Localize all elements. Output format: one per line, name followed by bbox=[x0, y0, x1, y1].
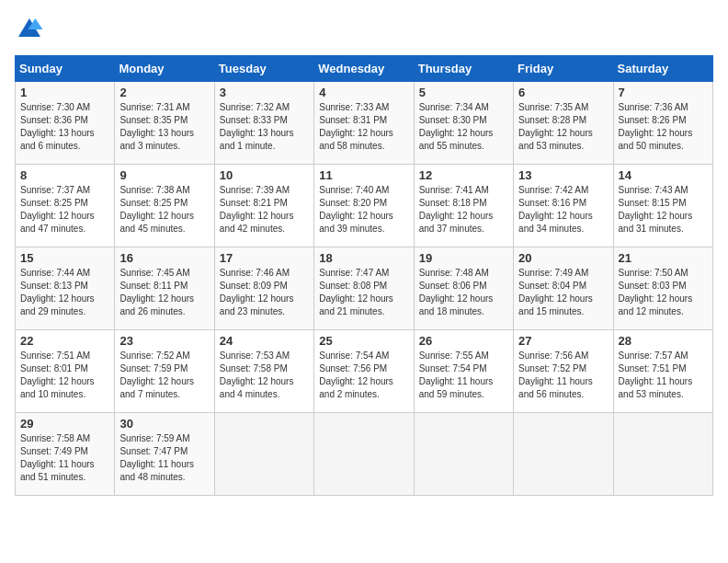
day-header-thursday: Thursday bbox=[414, 56, 513, 82]
day-info: Sunrise: 7:37 AM Sunset: 8:25 PM Dayligh… bbox=[20, 184, 109, 236]
day-info: Sunrise: 7:57 AM Sunset: 7:51 PM Dayligh… bbox=[619, 350, 708, 401]
day-header-sunday: Sunday bbox=[16, 56, 115, 82]
calendar-day: 26 Sunrise: 7:55 AM Sunset: 7:54 PM Dayl… bbox=[414, 330, 513, 413]
day-info: Sunrise: 7:35 AM Sunset: 8:28 PM Dayligh… bbox=[518, 101, 608, 153]
calendar-day bbox=[214, 413, 313, 496]
day-number: 9 bbox=[119, 168, 209, 182]
day-number: 2 bbox=[119, 86, 209, 99]
calendar-day: 27 Sunrise: 7:56 AM Sunset: 7:52 PM Dayl… bbox=[514, 330, 613, 413]
calendar-day: 17 Sunrise: 7:46 AM Sunset: 8:09 PM Dayl… bbox=[214, 247, 313, 330]
calendar-day: 30 Sunrise: 7:59 AM Sunset: 7:47 PM Dayl… bbox=[115, 413, 214, 496]
day-info: Sunrise: 7:54 AM Sunset: 7:56 PM Dayligh… bbox=[319, 350, 408, 401]
calendar-day: 2 Sunrise: 7:31 AM Sunset: 8:35 PM Dayli… bbox=[115, 82, 214, 165]
day-info: Sunrise: 7:33 AM Sunset: 8:31 PM Dayligh… bbox=[319, 101, 408, 153]
day-info: Sunrise: 7:30 AM Sunset: 8:36 PM Dayligh… bbox=[20, 101, 109, 153]
calendar-day: 1 Sunrise: 7:30 AM Sunset: 8:36 PM Dayli… bbox=[16, 82, 115, 165]
day-number: 30 bbox=[119, 417, 209, 431]
calendar-day: 4 Sunrise: 7:33 AM Sunset: 8:31 PM Dayli… bbox=[314, 82, 414, 165]
day-number: 26 bbox=[419, 334, 508, 348]
calendar-day: 3 Sunrise: 7:32 AM Sunset: 8:33 PM Dayli… bbox=[214, 82, 313, 165]
day-number: 25 bbox=[319, 334, 408, 348]
calendar-table: SundayMondayTuesdayWednesdayThursdayFrid… bbox=[15, 55, 713, 496]
calendar-day: 10 Sunrise: 7:39 AM Sunset: 8:21 PM Dayl… bbox=[214, 165, 313, 247]
day-info: Sunrise: 7:34 AM Sunset: 8:30 PM Dayligh… bbox=[419, 101, 508, 153]
calendar-day: 13 Sunrise: 7:42 AM Sunset: 8:16 PM Dayl… bbox=[514, 165, 613, 247]
day-number: 20 bbox=[518, 251, 608, 265]
day-number: 15 bbox=[20, 251, 109, 265]
day-info: Sunrise: 7:36 AM Sunset: 8:26 PM Dayligh… bbox=[619, 101, 708, 153]
day-number: 28 bbox=[619, 334, 708, 348]
calendar-header-row: SundayMondayTuesdayWednesdayThursdayFrid… bbox=[16, 56, 713, 82]
calendar-day: 6 Sunrise: 7:35 AM Sunset: 8:28 PM Dayli… bbox=[514, 82, 613, 165]
day-info: Sunrise: 7:44 AM Sunset: 8:13 PM Dayligh… bbox=[20, 267, 109, 318]
day-info: Sunrise: 7:56 AM Sunset: 7:52 PM Dayligh… bbox=[518, 350, 608, 401]
calendar-day: 5 Sunrise: 7:34 AM Sunset: 8:30 PM Dayli… bbox=[414, 82, 513, 165]
day-header-saturday: Saturday bbox=[613, 56, 712, 82]
day-info: Sunrise: 7:31 AM Sunset: 8:35 PM Dayligh… bbox=[119, 101, 209, 153]
calendar-week-3: 15 Sunrise: 7:44 AM Sunset: 8:13 PM Dayl… bbox=[16, 247, 713, 330]
calendar-day: 9 Sunrise: 7:38 AM Sunset: 8:25 PM Dayli… bbox=[115, 165, 214, 247]
day-number: 27 bbox=[518, 334, 608, 348]
day-number: 5 bbox=[419, 86, 508, 99]
day-number: 29 bbox=[20, 417, 109, 431]
calendar-day: 21 Sunrise: 7:50 AM Sunset: 8:03 PM Dayl… bbox=[613, 247, 712, 330]
day-number: 13 bbox=[518, 168, 608, 182]
day-number: 17 bbox=[220, 251, 309, 265]
day-info: Sunrise: 7:47 AM Sunset: 8:08 PM Dayligh… bbox=[319, 267, 408, 318]
day-info: Sunrise: 7:41 AM Sunset: 8:18 PM Dayligh… bbox=[419, 184, 508, 236]
day-number: 12 bbox=[419, 168, 508, 182]
page-header bbox=[15, 15, 713, 44]
calendar-day: 22 Sunrise: 7:51 AM Sunset: 8:01 PM Dayl… bbox=[16, 330, 115, 413]
day-number: 21 bbox=[619, 251, 708, 265]
logo bbox=[15, 15, 48, 44]
calendar-week-5: 29 Sunrise: 7:58 AM Sunset: 7:49 PM Dayl… bbox=[16, 413, 713, 496]
calendar-day: 24 Sunrise: 7:53 AM Sunset: 7:58 PM Dayl… bbox=[214, 330, 313, 413]
day-header-friday: Friday bbox=[514, 56, 613, 82]
day-number: 22 bbox=[20, 334, 109, 348]
logo-icon bbox=[15, 15, 44, 44]
calendar-day bbox=[314, 413, 414, 496]
day-info: Sunrise: 7:43 AM Sunset: 8:15 PM Dayligh… bbox=[619, 184, 708, 236]
calendar-day bbox=[414, 413, 513, 496]
day-number: 7 bbox=[619, 86, 708, 99]
calendar-day: 23 Sunrise: 7:52 AM Sunset: 7:59 PM Dayl… bbox=[115, 330, 214, 413]
calendar-week-1: 1 Sunrise: 7:30 AM Sunset: 8:36 PM Dayli… bbox=[16, 82, 713, 165]
calendar-day: 25 Sunrise: 7:54 AM Sunset: 7:56 PM Dayl… bbox=[314, 330, 414, 413]
day-info: Sunrise: 7:50 AM Sunset: 8:03 PM Dayligh… bbox=[619, 267, 708, 318]
day-info: Sunrise: 7:32 AM Sunset: 8:33 PM Dayligh… bbox=[220, 101, 309, 153]
day-number: 1 bbox=[20, 86, 109, 99]
day-number: 24 bbox=[220, 334, 309, 348]
day-number: 11 bbox=[319, 168, 408, 182]
day-info: Sunrise: 7:46 AM Sunset: 8:09 PM Dayligh… bbox=[220, 267, 309, 318]
calendar-day: 12 Sunrise: 7:41 AM Sunset: 8:18 PM Dayl… bbox=[414, 165, 513, 247]
calendar-week-4: 22 Sunrise: 7:51 AM Sunset: 8:01 PM Dayl… bbox=[16, 330, 713, 413]
day-info: Sunrise: 7:52 AM Sunset: 7:59 PM Dayligh… bbox=[119, 350, 209, 401]
day-number: 8 bbox=[20, 168, 109, 182]
calendar-day: 20 Sunrise: 7:49 AM Sunset: 8:04 PM Dayl… bbox=[514, 247, 613, 330]
day-number: 14 bbox=[619, 168, 708, 182]
day-info: Sunrise: 7:39 AM Sunset: 8:21 PM Dayligh… bbox=[220, 184, 309, 236]
day-number: 16 bbox=[119, 251, 209, 265]
calendar-day: 28 Sunrise: 7:57 AM Sunset: 7:51 PM Dayl… bbox=[613, 330, 712, 413]
day-header-monday: Monday bbox=[115, 56, 214, 82]
day-info: Sunrise: 7:59 AM Sunset: 7:47 PM Dayligh… bbox=[119, 432, 209, 484]
calendar-day bbox=[514, 413, 613, 496]
day-number: 23 bbox=[119, 334, 209, 348]
day-info: Sunrise: 7:53 AM Sunset: 7:58 PM Dayligh… bbox=[220, 350, 309, 401]
day-info: Sunrise: 7:58 AM Sunset: 7:49 PM Dayligh… bbox=[20, 432, 109, 484]
calendar-day: 15 Sunrise: 7:44 AM Sunset: 8:13 PM Dayl… bbox=[16, 247, 115, 330]
day-number: 3 bbox=[220, 86, 309, 99]
day-info: Sunrise: 7:55 AM Sunset: 7:54 PM Dayligh… bbox=[419, 350, 508, 401]
day-info: Sunrise: 7:49 AM Sunset: 8:04 PM Dayligh… bbox=[518, 267, 608, 318]
calendar-day: 29 Sunrise: 7:58 AM Sunset: 7:49 PM Dayl… bbox=[16, 413, 115, 496]
day-info: Sunrise: 7:38 AM Sunset: 8:25 PM Dayligh… bbox=[119, 184, 209, 236]
calendar-day: 16 Sunrise: 7:45 AM Sunset: 8:11 PM Dayl… bbox=[115, 247, 214, 330]
day-info: Sunrise: 7:48 AM Sunset: 8:06 PM Dayligh… bbox=[419, 267, 508, 318]
day-info: Sunrise: 7:51 AM Sunset: 8:01 PM Dayligh… bbox=[20, 350, 109, 401]
calendar-day: 19 Sunrise: 7:48 AM Sunset: 8:06 PM Dayl… bbox=[414, 247, 513, 330]
calendar-day bbox=[613, 413, 712, 496]
calendar-day: 11 Sunrise: 7:40 AM Sunset: 8:20 PM Dayl… bbox=[314, 165, 414, 247]
day-header-tuesday: Tuesday bbox=[214, 56, 313, 82]
day-header-wednesday: Wednesday bbox=[314, 56, 414, 82]
day-info: Sunrise: 7:42 AM Sunset: 8:16 PM Dayligh… bbox=[518, 184, 608, 236]
